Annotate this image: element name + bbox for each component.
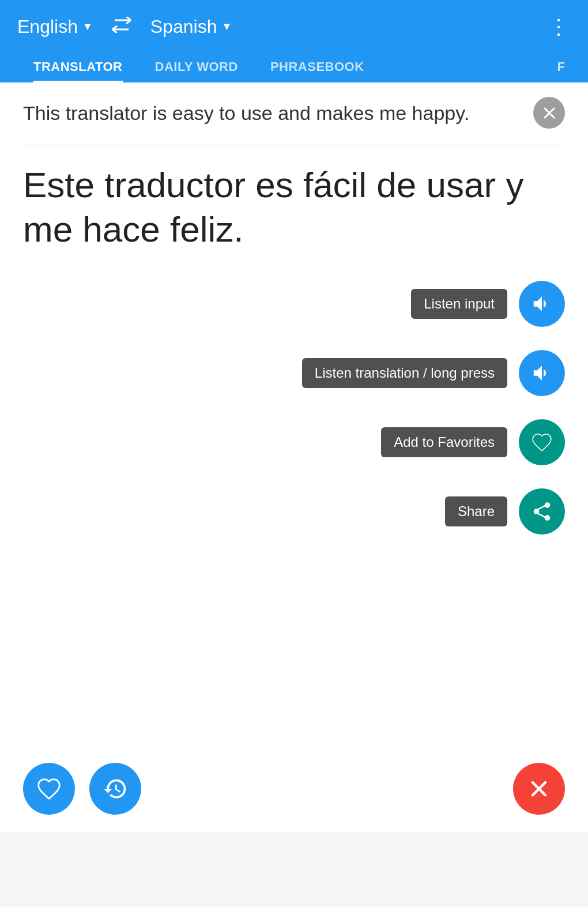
add-favorites-tooltip: Add to Favorites <box>381 427 507 457</box>
tab-bar: TRANSLATOR DAILY WORD PHRASEBOOK F <box>12 49 576 82</box>
share-row: Share <box>23 488 565 535</box>
tab-translator[interactable]: TRANSLATOR <box>17 49 139 82</box>
bottom-bar <box>0 763 588 815</box>
history-bottom-button[interactable] <box>89 763 141 815</box>
listen-translation-button[interactable] <box>519 350 565 396</box>
main-content: This translator is easy to use and makes… <box>0 82 588 832</box>
listen-input-row: Listen input <box>23 281 565 327</box>
svg-line-6 <box>537 505 545 510</box>
swap-languages-icon[interactable] <box>110 16 133 37</box>
svg-point-2 <box>545 502 551 508</box>
listen-translation-row: Listen translation / long press <box>23 350 565 396</box>
target-language-label: Spanish <box>150 16 217 37</box>
source-language-selector[interactable]: English ▼ <box>17 16 93 37</box>
favorites-row: Add to Favorites <box>23 419 565 465</box>
source-lang-chevron-icon: ▼ <box>82 21 93 33</box>
add-favorites-button[interactable] <box>519 419 565 465</box>
input-text-area: This translator is easy to use and makes… <box>23 100 565 127</box>
input-text[interactable]: This translator is easy to use and makes… <box>23 102 469 124</box>
tab-daily-word[interactable]: DAILY WORD <box>139 49 254 82</box>
target-lang-chevron-icon: ▼ <box>221 21 232 33</box>
svg-point-4 <box>545 515 551 521</box>
listen-translation-tooltip: Listen translation / long press <box>302 358 507 388</box>
share-tooltip: Share <box>445 496 507 526</box>
favorites-bottom-button[interactable] <box>23 763 75 815</box>
tab-f[interactable]: F <box>552 49 571 82</box>
divider <box>23 145 565 145</box>
svg-line-5 <box>537 513 545 517</box>
clear-input-button[interactable] <box>533 97 565 129</box>
listen-input-button[interactable] <box>519 281 565 327</box>
share-button[interactable] <box>519 488 565 535</box>
language-bar: English ▼ Spanish ▼ ⋮ <box>12 0 576 49</box>
app-header: English ▼ Spanish ▼ ⋮ TRANSLATOR DAILY W… <box>0 0 588 82</box>
close-bottom-button[interactable] <box>513 763 565 815</box>
target-language-selector[interactable]: Spanish ▼ <box>150 16 232 37</box>
translation-text: Este traductor es fácil de usar y me hac… <box>23 163 565 252</box>
tab-phrasebook[interactable]: PHRASEBOOK <box>254 49 380 82</box>
listen-input-tooltip: Listen input <box>411 289 507 319</box>
more-options-icon[interactable]: ⋮ <box>548 17 571 37</box>
source-language-label: English <box>17 16 78 37</box>
